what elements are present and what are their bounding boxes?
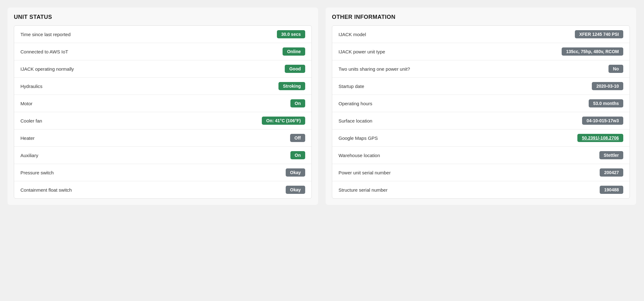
row-label: Power unit serial number (339, 170, 391, 175)
other-info-panel: OTHER INFORMATION IJACK modelXFER 1245 7… (326, 8, 636, 205)
row-label: IJACK model (339, 32, 366, 37)
unit-status-table: Time since last reported30.0 secsConnect… (14, 25, 312, 199)
row-label: Startup date (339, 84, 364, 89)
status-badge: 2020-03-10 (592, 82, 623, 90)
status-badge: XFER 1245 740 PSI (575, 30, 623, 38)
other-info-title: OTHER INFORMATION (332, 14, 630, 20)
status-badge: 30.0 secs (277, 30, 305, 38)
row-label: IJACK power unit type (339, 49, 385, 54)
status-badge: 190488 (600, 186, 623, 194)
table-row: Power unit serial number200427 (332, 164, 630, 181)
table-row: IJACK modelXFER 1245 740 PSI (332, 26, 630, 43)
status-badge: 53.0 months (589, 99, 623, 107)
status-badge: 04-10-015-17w3 (582, 117, 623, 125)
table-row: Cooler fanOn: 41°C (106°F) (14, 112, 311, 129)
row-label: Two units sharing one power unit? (339, 66, 410, 72)
row-label: Hydraulics (20, 84, 42, 89)
table-row: IJACK power unit type135cc, 75hp, 480v, … (332, 43, 630, 60)
table-row: IJACK operating normallyGood (14, 60, 311, 78)
status-badge: Good (285, 65, 305, 73)
row-label: Surface location (339, 118, 372, 123)
table-row: HydraulicsStroking (14, 78, 311, 95)
unit-status-title: UNIT STATUS (14, 14, 312, 20)
table-row: AuxiliaryOn (14, 147, 311, 164)
status-badge: Okay (286, 186, 305, 194)
row-label: Operating hours (339, 101, 372, 106)
status-badge: Stettler (599, 151, 623, 159)
status-badge[interactable]: 50.2391/-108.2706 (577, 134, 623, 142)
row-label: Structure serial number (339, 187, 388, 193)
table-row: Structure serial number190488 (332, 181, 630, 198)
status-badge: Okay (286, 168, 305, 177)
table-row: Operating hours53.0 months (332, 95, 630, 112)
status-badge: Off (290, 134, 305, 142)
table-row: Google Maps GPS50.2391/-108.2706 (332, 129, 630, 147)
table-row: Two units sharing one power unit?No (332, 60, 630, 78)
main-layout: UNIT STATUS Time since last reported30.0… (8, 8, 636, 205)
row-label: Warehouse location (339, 153, 380, 158)
status-badge: Online (283, 47, 305, 56)
table-row: Warehouse locationStettler (332, 147, 630, 164)
row-label: IJACK operating normally (20, 66, 74, 72)
status-badge: On (290, 151, 305, 159)
status-badge: 135cc, 75hp, 480v, RCOM (562, 47, 623, 56)
row-label: Pressure switch (20, 170, 54, 175)
unit-status-panel: UNIT STATUS Time since last reported30.0… (8, 8, 318, 205)
table-row: Startup date2020-03-10 (332, 78, 630, 95)
table-row: HeaterOff (14, 129, 311, 147)
table-row: Containment float switchOkay (14, 181, 311, 198)
row-label: Google Maps GPS (339, 135, 378, 141)
row-label: Time since last reported (20, 32, 71, 37)
table-row: MotorOn (14, 95, 311, 112)
row-label: Containment float switch (20, 187, 72, 193)
table-row: Time since last reported30.0 secs (14, 26, 311, 43)
status-badge: No (608, 65, 623, 73)
table-row: Connected to AWS IoTOnline (14, 43, 311, 60)
row-label: Cooler fan (20, 118, 42, 123)
table-row: Surface location04-10-015-17w3 (332, 112, 630, 129)
table-row: Pressure switchOkay (14, 164, 311, 181)
status-badge: Stroking (278, 82, 305, 90)
row-label: Connected to AWS IoT (20, 49, 68, 54)
row-label: Motor (20, 101, 32, 106)
row-label: Auxiliary (20, 153, 38, 158)
other-info-table: IJACK modelXFER 1245 740 PSIIJACK power … (332, 25, 630, 199)
status-badge: On (290, 99, 305, 107)
status-badge: On: 41°C (106°F) (262, 117, 305, 125)
row-label: Heater (20, 135, 35, 141)
status-badge: 200427 (600, 168, 623, 177)
